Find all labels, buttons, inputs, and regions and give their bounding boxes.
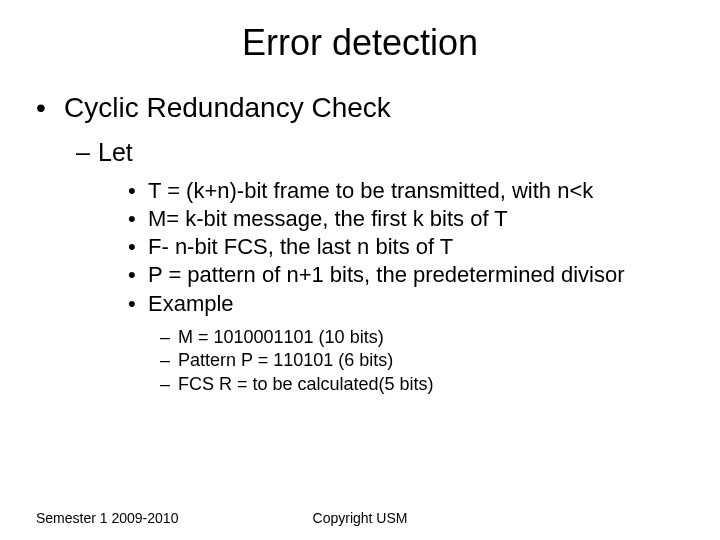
heading-level-2: –Let [76, 138, 690, 167]
dash-icon: – [160, 349, 178, 372]
list-item: •T = (k+n)-bit frame to be transmitted, … [128, 177, 690, 205]
slide: Error detection •Cyclic Redundancy Check… [0, 22, 720, 540]
dash-icon: – [160, 373, 178, 396]
list-item-text: P = pattern of n+1 bits, the predetermin… [148, 262, 625, 287]
list-item: •F- n-bit FCS, the last n bits of T [128, 233, 690, 261]
list-item-text: Pattern P = 110101 (6 bits) [178, 350, 393, 370]
list-item: –M = 1010001101 (10 bits) [160, 326, 690, 349]
list-item-text: Example [148, 291, 234, 316]
heading-1-text: Cyclic Redundancy Check [64, 92, 391, 123]
example-list: –M = 1010001101 (10 bits) –Pattern P = 1… [160, 326, 690, 396]
list-item-text: M= k-bit message, the first k bits of T [148, 206, 508, 231]
slide-content: •Cyclic Redundancy Check –Let •T = (k+n)… [0, 92, 720, 396]
heading-level-1: •Cyclic Redundancy Check [36, 92, 690, 124]
footer-left: Semester 1 2009-2010 [36, 510, 178, 526]
list-item: •M= k-bit message, the first k bits of T [128, 205, 690, 233]
bullet-icon: • [128, 233, 148, 261]
dash-icon: – [160, 326, 178, 349]
list-item-text: FCS R = to be calculated(5 bits) [178, 374, 434, 394]
list-item-text: T = (k+n)-bit frame to be transmitted, w… [148, 178, 593, 203]
heading-2-text: Let [98, 138, 133, 166]
bullet-icon: • [128, 290, 148, 318]
bullet-icon: • [128, 261, 148, 289]
list-item: –FCS R = to be calculated(5 bits) [160, 373, 690, 396]
list-item: •P = pattern of n+1 bits, the predetermi… [128, 261, 690, 289]
list-item-text: F- n-bit FCS, the last n bits of T [148, 234, 453, 259]
dash-icon: – [76, 138, 98, 167]
definition-list: •T = (k+n)-bit frame to be transmitted, … [128, 177, 690, 318]
bullet-icon: • [128, 177, 148, 205]
bullet-icon: • [128, 205, 148, 233]
bullet-icon: • [36, 92, 64, 124]
list-item: –Pattern P = 110101 (6 bits) [160, 349, 690, 372]
list-item: •Example [128, 290, 690, 318]
slide-title: Error detection [0, 22, 720, 64]
list-item-text: M = 1010001101 (10 bits) [178, 327, 384, 347]
